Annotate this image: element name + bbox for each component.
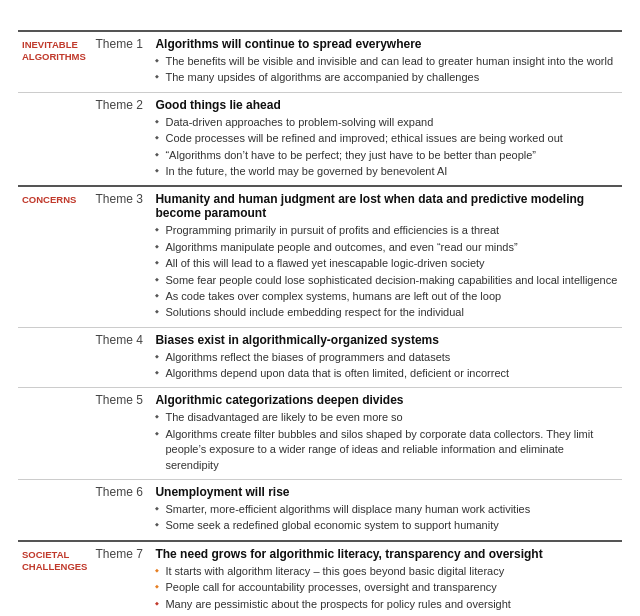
theme-label: Theme 4 (91, 327, 151, 388)
bullet-icon: ◆ (155, 583, 159, 590)
theme-row: SOCIETALCHALLENGESTheme 7The need grows … (18, 541, 622, 616)
theme-content: Biases exist in algorithmically-organize… (151, 327, 622, 388)
bullet-item: Programming primarily in pursuit of prof… (155, 223, 618, 238)
bullet-item: Data-driven approaches to problem-solvin… (155, 115, 618, 130)
theme-title: Biases exist in algorithmically-organize… (155, 333, 618, 347)
bullet-list: Data-driven approaches to problem-solvin… (155, 115, 618, 180)
theme-title: Algorithmic categorizations deepen divid… (155, 393, 618, 407)
bullet-item: As code takes over complex systems, huma… (155, 289, 618, 304)
theme-title: Good things lie ahead (155, 98, 618, 112)
bullet-item: Solutions should include embedding respe… (155, 305, 618, 320)
bullet-list: Algorithms reflect the biases of program… (155, 350, 618, 382)
bullet-list: ◆It starts with algorithm literacy – thi… (155, 564, 618, 612)
theme-row: Theme 6Unemployment will riseSmarter, mo… (18, 480, 622, 541)
theme-label: Theme 1 (91, 31, 151, 92)
section-label (18, 327, 91, 388)
theme-title: Unemployment will rise (155, 485, 618, 499)
theme-content: Good things lie aheadData-driven approac… (151, 92, 622, 186)
theme-title: Humanity and human judgment are lost whe… (155, 192, 618, 220)
section-label (18, 480, 91, 541)
theme-label: Theme 5 (91, 388, 151, 480)
theme-label: Theme 2 (91, 92, 151, 186)
theme-row: Theme 5Algorithmic categorizations deepe… (18, 388, 622, 480)
bullet-item: Algorithms depend upon data that is ofte… (155, 366, 618, 381)
bullet-item: The many upsides of algorithms are accom… (155, 70, 618, 85)
bullet-list: The benefits will be visible and invisib… (155, 54, 618, 86)
section-label: INEVITABLEALGORITHMS (18, 31, 91, 92)
bullet-list: Smarter, more-efficient algorithms will … (155, 502, 618, 534)
bullet-item: Smarter, more-efficient algorithms will … (155, 502, 618, 517)
bullet-item: ◆Many are pessimistic about the prospect… (155, 597, 618, 612)
bullet-list: The disadvantaged are likely to be even … (155, 410, 618, 473)
bullet-item: The disadvantaged are likely to be even … (155, 410, 618, 425)
bullet-list: Programming primarily in pursuit of prof… (155, 223, 618, 320)
theme-label: Theme 3 (91, 186, 151, 327)
bullet-item: All of this will lead to a flawed yet in… (155, 256, 618, 271)
bullet-item: “Algorithms don’t have to be perfect; th… (155, 148, 618, 163)
bullet-item: In the future, the world may be governed… (155, 164, 618, 179)
theme-label: Theme 6 (91, 480, 151, 541)
theme-label: Theme 7 (91, 541, 151, 616)
section-label (18, 388, 91, 480)
themes-table: INEVITABLEALGORITHMSTheme 1Algorithms wi… (18, 30, 622, 616)
theme-content: The need grows for algorithmic literacy,… (151, 541, 622, 616)
theme-row: INEVITABLEALGORITHMSTheme 1Algorithms wi… (18, 31, 622, 92)
bullet-item: Algorithms create filter bubbles and sil… (155, 427, 618, 473)
bullet-item: Some fear people could lose sophisticate… (155, 273, 618, 288)
theme-content: Algorithmic categorizations deepen divid… (151, 388, 622, 480)
bullet-item: Code processes will be refined and impro… (155, 131, 618, 146)
theme-content: Humanity and human judgment are lost whe… (151, 186, 622, 327)
bullet-item: The benefits will be visible and invisib… (155, 54, 618, 69)
bullet-item: ◆It starts with algorithm literacy – thi… (155, 564, 618, 579)
bullet-item: Algorithms reflect the biases of program… (155, 350, 618, 365)
theme-row: Theme 2Good things lie aheadData-driven … (18, 92, 622, 186)
theme-row: Theme 4Biases exist in algorithmically-o… (18, 327, 622, 388)
bullet-item: Algorithms manipulate people and outcome… (155, 240, 618, 255)
theme-title: The need grows for algorithmic literacy,… (155, 547, 618, 561)
theme-title: Algorithms will continue to spread every… (155, 37, 618, 51)
theme-content: Algorithms will continue to spread every… (151, 31, 622, 92)
section-label: CONCERNS (18, 186, 91, 327)
bullet-icon: ◆ (155, 567, 159, 574)
section-label: SOCIETALCHALLENGES (18, 541, 91, 616)
section-label (18, 92, 91, 186)
bullet-icon: ◆ (155, 600, 159, 607)
bullet-item: Some seek a redefined global economic sy… (155, 518, 618, 533)
bullet-item: ◆People call for accountability processe… (155, 580, 618, 595)
theme-content: Unemployment will riseSmarter, more-effi… (151, 480, 622, 541)
theme-row: CONCERNSTheme 3Humanity and human judgme… (18, 186, 622, 327)
page-container: INEVITABLEALGORITHMSTheme 1Algorithms wi… (0, 0, 640, 616)
